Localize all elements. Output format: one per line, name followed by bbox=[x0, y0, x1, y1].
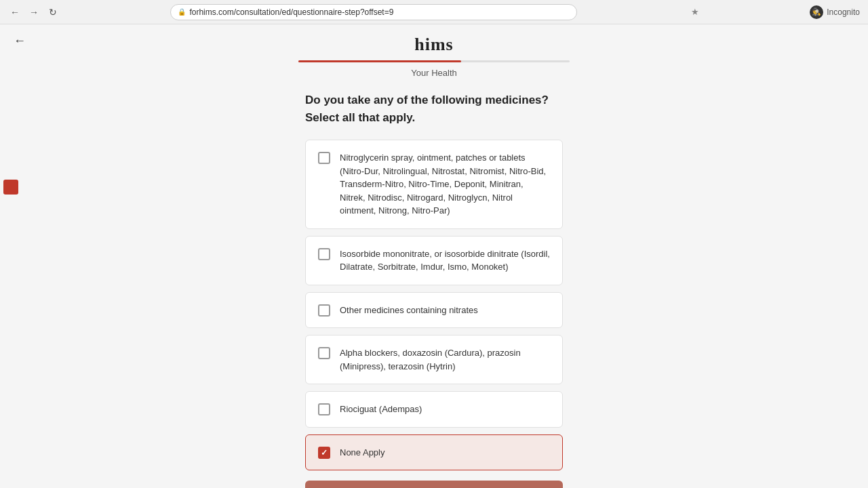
checkbox-none-apply[interactable] bbox=[318, 447, 330, 459]
progress-bar-fill bbox=[298, 60, 461, 62]
question-area: Do you take any of the following medicin… bbox=[298, 92, 570, 488]
browser-chrome: ← → ↻ 🔒 forhims.com/consultation/ed/ques… bbox=[0, 0, 868, 24]
checkbox-riociguat[interactable] bbox=[318, 403, 330, 415]
question-text: Do you take any of the following medicin… bbox=[305, 92, 563, 126]
back-button[interactable]: ← bbox=[14, 34, 26, 48]
page-subtitle: Your Health bbox=[0, 68, 868, 78]
checkbox-alpha-blockers[interactable] bbox=[318, 347, 330, 359]
lock-icon: 🔒 bbox=[178, 8, 186, 16]
forward-nav-button[interactable]: → bbox=[27, 5, 41, 19]
option-none-apply[interactable]: None Apply bbox=[305, 434, 563, 471]
progress-bar-container bbox=[298, 60, 570, 62]
option-nitroglycerin[interactable]: Nitroglycerin spray, ointment, patches o… bbox=[305, 140, 563, 229]
incognito-label: Incognito bbox=[827, 7, 860, 17]
option-other-nitrates-label: Other medicines containing nitrates bbox=[340, 304, 478, 317]
option-none-apply-label: None Apply bbox=[340, 446, 385, 460]
back-arrow-icon: ← bbox=[14, 34, 26, 48]
page-header: hims Your Health bbox=[0, 24, 868, 78]
option-riociguat[interactable]: Riociguat (Adempas) bbox=[305, 391, 563, 428]
option-isosorbide-label: Isosorbide mononitrate, or isosorbide di… bbox=[340, 247, 550, 274]
option-isosorbide[interactable]: Isosorbide mononitrate, or isosorbide di… bbox=[305, 236, 563, 285]
page-content: ← hims Your Health Do you take any of th… bbox=[0, 24, 868, 488]
option-nitroglycerin-label: Nitroglycerin spray, ointment, patches o… bbox=[340, 151, 550, 218]
logo: hims bbox=[0, 35, 868, 55]
option-alpha-blockers-label: Alpha blockers, doxazosin (Cardura), pra… bbox=[340, 346, 550, 373]
checkbox-nitroglycerin[interactable] bbox=[318, 152, 330, 164]
address-bar[interactable]: 🔒 forhims.com/consultation/ed/questionna… bbox=[170, 4, 577, 20]
checkbox-isosorbide[interactable] bbox=[318, 248, 330, 260]
checkbox-other-nitrates[interactable] bbox=[318, 304, 330, 317]
option-alpha-blockers[interactable]: Alpha blockers, doxazosin (Cardura), pra… bbox=[305, 335, 563, 384]
option-riociguat-label: Riociguat (Adempas) bbox=[340, 403, 422, 416]
incognito-icon: 🕵 bbox=[810, 5, 823, 19]
option-other-nitrates[interactable]: Other medicines containing nitrates bbox=[305, 292, 563, 329]
incognito-area: 🕵 Incognito bbox=[810, 5, 860, 19]
reload-button[interactable]: ↻ bbox=[46, 5, 60, 19]
back-nav-button[interactable]: ← bbox=[8, 5, 22, 19]
red-square-decoration bbox=[3, 180, 18, 195]
url-text: forhims.com/consultation/ed/questionnair… bbox=[189, 7, 393, 17]
next-button[interactable]: Next bbox=[305, 481, 563, 488]
